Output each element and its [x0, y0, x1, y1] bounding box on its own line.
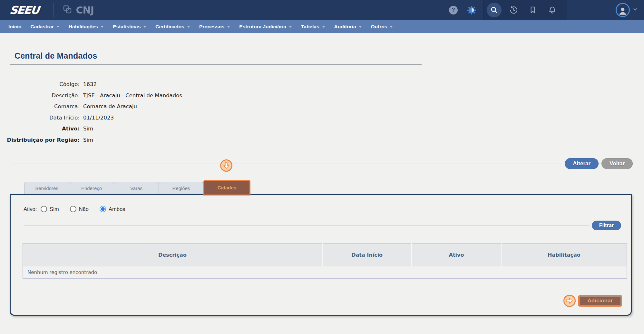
- detail-value: Comarca de Aracaju: [83, 103, 137, 110]
- radio-label: Não: [79, 206, 89, 212]
- detail-value: Sim: [83, 126, 93, 132]
- detail-label: Ativo:: [0, 126, 80, 132]
- menu-item-auditoria[interactable]: Auditoria: [330, 20, 366, 33]
- tab-varas[interactable]: Varas: [114, 182, 159, 194]
- cidades-panel: Ativo: Sim Não Ambos Filtrar Desc: [10, 194, 632, 316]
- chevron-down-icon: [101, 26, 104, 28]
- menu-item-habilitacoes[interactable]: Habilitações: [64, 20, 108, 33]
- seeu-logo[interactable]: SEEU: [9, 4, 40, 16]
- filtrar-button[interactable]: Filtrar: [592, 221, 621, 230]
- chevron-down-icon: [359, 26, 362, 28]
- notifications-bell-icon[interactable]: [545, 3, 560, 17]
- menu-item-processos[interactable]: Processos: [195, 20, 235, 33]
- adicionar-button[interactable]: Adicionar: [578, 295, 622, 307]
- chevron-down-icon: [187, 26, 190, 28]
- detail-value: Sim: [83, 137, 93, 143]
- app-header: SEEU CNJ ?: [0, 0, 644, 20]
- header-tools-section: [483, 0, 567, 20]
- tab-servidores[interactable]: Servidores: [24, 182, 69, 194]
- column-header-habilitacao: Habilitação: [501, 243, 627, 266]
- record-details: Código: 1632 Descrição: TJSE - Aracaju -…: [0, 81, 644, 148]
- tutorial-right-arrow-icon: [563, 295, 576, 307]
- header-actions: ?: [449, 0, 644, 20]
- main-menu: Início Cadastrar Habilitações Estatístic…: [0, 20, 644, 33]
- header-divider: [53, 3, 54, 17]
- chevron-down-icon: [289, 26, 292, 28]
- history-icon[interactable]: [506, 3, 521, 17]
- menu-item-estatisticas[interactable]: Estatísticas: [108, 20, 151, 33]
- detail-row-ativo: Ativo: Sim: [0, 126, 644, 137]
- menu-item-tabelas[interactable]: Tabelas: [297, 20, 330, 33]
- menu-item-certificados[interactable]: Certificados: [151, 20, 195, 33]
- filter-label: Ativo:: [24, 206, 37, 212]
- detail-row-distribuicao: Distribuição por Região: Sim: [0, 137, 644, 148]
- menu-item-cadastrar[interactable]: Cadastrar: [26, 20, 64, 33]
- detail-row-data-inicio: Data Início: 01/11/2023: [0, 115, 644, 126]
- divider: [24, 225, 589, 226]
- page-title: Central de Mandados: [15, 51, 422, 61]
- menu-item-outros[interactable]: Outros: [366, 20, 398, 33]
- radio-label: Ambos: [109, 206, 125, 212]
- menu-item-inicio[interactable]: Início: [4, 20, 26, 33]
- cidades-table-wrap: Descrição Data Início Ativo Habilitação …: [23, 243, 627, 279]
- panel-footer-actions: Adicionar: [24, 295, 622, 307]
- detail-row-descricao: Descrição: TJSE - Aracaju - Central de M…: [0, 92, 644, 104]
- detail-value: 01/11/2023: [83, 115, 114, 121]
- contrast-icon[interactable]: [467, 6, 476, 14]
- radio-option-nao: Não: [70, 206, 89, 212]
- cnj-logo: CNJ: [63, 5, 94, 16]
- detail-label: Distribuição por Região:: [0, 137, 80, 143]
- bookmark-icon[interactable]: [525, 3, 540, 17]
- detail-value: TJSE - Aracaju - Central de Mandados: [83, 92, 182, 99]
- filter-action-row: Filtrar: [24, 221, 621, 230]
- detail-row-codigo: Código: 1632: [0, 81, 644, 92]
- detail-value: 1632: [83, 81, 97, 87]
- empty-message: Nenhum registro encontrado: [23, 266, 627, 279]
- page-title-block: Central de Mandados: [10, 51, 422, 65]
- tab-bar: Servidores Endereço Varas Regiões Cidade…: [24, 178, 632, 194]
- cnj-logo-text: CNJ: [76, 5, 94, 16]
- voltar-button[interactable]: Voltar: [601, 158, 633, 169]
- radio-option-ambos: Ambos: [100, 206, 125, 212]
- tab-endereco[interactable]: Endereço: [69, 182, 114, 194]
- divider: [24, 301, 561, 301]
- ativo-filter: Ativo: Sim Não Ambos: [11, 195, 631, 212]
- tab-regioes[interactable]: Regiões: [159, 182, 204, 194]
- alterar-button[interactable]: Alterar: [565, 158, 599, 169]
- help-icon[interactable]: ?: [449, 6, 458, 14]
- record-actions: Alterar Voltar: [12, 158, 633, 169]
- cnj-logo-icon: [63, 5, 72, 15]
- radio-option-sim: Sim: [41, 206, 59, 212]
- chevron-down-icon: [143, 26, 146, 28]
- brand-area: SEEU CNJ: [0, 0, 94, 20]
- tutorial-down-arrow-icon: [220, 159, 232, 172]
- detail-label: Código:: [0, 81, 80, 87]
- table-empty-row: Nenhum registro encontrado: [23, 266, 627, 279]
- tabs-panel-area: Servidores Endereço Varas Regiões Cidade…: [10, 178, 632, 316]
- table-header-row: Descrição Data Início Ativo Habilitação: [23, 243, 627, 266]
- radio-ambos[interactable]: [100, 206, 106, 212]
- user-menu-chevron-icon[interactable]: [632, 6, 638, 14]
- detail-label: Descrição:: [0, 92, 80, 99]
- chevron-down-icon: [56, 26, 60, 28]
- detail-label: Comarca:: [0, 103, 80, 110]
- search-icon[interactable]: [487, 3, 502, 17]
- tab-cidades[interactable]: Cidades: [203, 180, 250, 196]
- menu-item-estrutura-judiciaria[interactable]: Estrutura Judiciária: [235, 20, 297, 33]
- divider: [12, 164, 561, 164]
- chevron-down-icon: [322, 26, 325, 28]
- radio-label: Sim: [50, 206, 59, 212]
- user-avatar[interactable]: [616, 3, 630, 17]
- column-header-data-inicio: Data Início: [322, 243, 412, 266]
- cidades-table: Descrição Data Início Ativo Habilitação …: [23, 243, 627, 279]
- detail-row-comarca: Comarca: Comarca de Aracaju: [0, 103, 644, 115]
- column-header-descricao: Descrição: [23, 243, 323, 266]
- detail-label: Data Início:: [0, 115, 80, 121]
- radio-nao[interactable]: [70, 206, 76, 212]
- chevron-down-icon: [227, 26, 230, 28]
- radio-sim[interactable]: [41, 206, 47, 212]
- chevron-down-icon: [390, 26, 393, 28]
- column-header-ativo: Ativo: [412, 243, 501, 266]
